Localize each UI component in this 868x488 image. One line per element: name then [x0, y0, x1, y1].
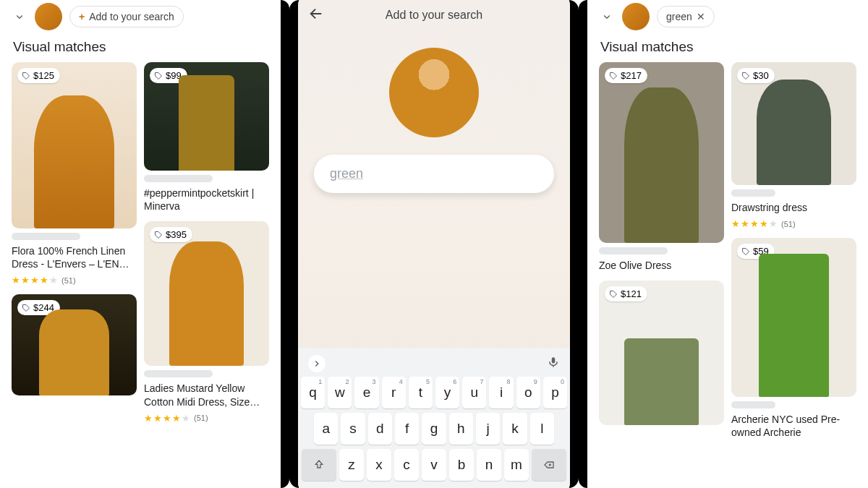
- key-h[interactable]: h: [449, 413, 473, 445]
- key-p[interactable]: 0p: [543, 377, 567, 408]
- chevron-down-icon[interactable]: [12, 9, 27, 25]
- key-d[interactable]: d: [368, 413, 392, 445]
- skeleton-line: [731, 189, 775, 197]
- top-bar: green ✕: [590, 0, 865, 38]
- price-tag: $59: [737, 244, 775, 259]
- skeleton-line: [599, 247, 668, 254]
- product-image: $395: [144, 221, 269, 366]
- key-c[interactable]: c: [394, 449, 419, 481]
- product-title: Zoe Olive Dress: [599, 259, 724, 272]
- product-image: $99: [144, 62, 269, 171]
- search-image-avatar[interactable]: [622, 3, 650, 30]
- key-o[interactable]: 9o: [516, 377, 540, 408]
- result-card[interactable]: $59 Archerie NYC used Pre-owned Archerie: [731, 238, 856, 439]
- svg-rect-0: [552, 357, 556, 363]
- result-card[interactable]: $30 Drawstring dress ★★★★★(51): [731, 62, 856, 229]
- result-card[interactable]: $395 Ladies Mustard Yellow Cotton Midi D…: [144, 221, 269, 423]
- add-search-chip[interactable]: + Add to your search: [69, 6, 184, 27]
- key-l[interactable]: l: [530, 413, 554, 445]
- product-image: $217: [599, 62, 724, 243]
- backspace-key[interactable]: [532, 449, 566, 481]
- section-title: Visual matches: [590, 38, 865, 62]
- product-image: $30: [731, 62, 856, 185]
- price-tag: $395: [150, 227, 192, 242]
- shift-key[interactable]: [302, 449, 336, 481]
- skeleton-line: [12, 233, 80, 240]
- filter-chip[interactable]: green ✕: [657, 6, 715, 27]
- price-tag: $244: [17, 300, 60, 315]
- screen-title: Add to your search: [324, 9, 544, 22]
- skeleton-line: [731, 401, 775, 408]
- keyboard[interactable]: 1q2w3e4r5t6y7u8i9o0p asdfghjkl zxcvbnm: [298, 348, 570, 488]
- key-y[interactable]: 6y: [435, 377, 459, 408]
- key-r[interactable]: 4r: [382, 377, 406, 408]
- key-v[interactable]: v: [422, 449, 446, 481]
- key-q[interactable]: 1q: [301, 377, 325, 408]
- product-title: #peppermintpocketskirt | Minerva: [144, 187, 269, 213]
- search-image-avatar[interactable]: [35, 3, 62, 30]
- skeleton-line: [144, 175, 213, 182]
- result-card[interactable]: $244: [12, 294, 137, 395]
- product-title: Ladies Mustard Yellow Cotton Midi Dress,…: [144, 382, 269, 408]
- header-bar: Add to your search: [298, 0, 570, 30]
- top-bar: + Add to your search: [3, 0, 278, 38]
- back-arrow-icon[interactable]: [308, 6, 324, 25]
- result-card[interactable]: $125 Flora 100% French Linen Dress - L'E…: [12, 62, 137, 286]
- skeleton-line: [144, 370, 213, 377]
- chip-label: green: [666, 11, 692, 22]
- plus-icon: +: [79, 11, 85, 22]
- key-e[interactable]: 3e: [354, 377, 378, 408]
- section-title: Visual matches: [3, 38, 278, 62]
- key-t[interactable]: 5t: [409, 377, 433, 408]
- result-card[interactable]: $99 #peppermintpocketskirt | Minerva: [144, 62, 269, 213]
- key-k[interactable]: k: [503, 413, 527, 445]
- key-n[interactable]: n: [477, 449, 501, 481]
- close-icon[interactable]: ✕: [697, 11, 705, 22]
- search-input-value: green: [330, 166, 363, 181]
- key-u[interactable]: 7u: [462, 377, 486, 408]
- rating: ★★★★★(51): [731, 218, 856, 229]
- product-image: $59: [731, 238, 856, 397]
- search-image-preview[interactable]: [389, 48, 479, 137]
- key-w[interactable]: 2w: [328, 377, 352, 408]
- key-a[interactable]: a: [314, 413, 338, 445]
- price-tag: $125: [17, 68, 60, 83]
- key-z[interactable]: z: [339, 449, 364, 481]
- chip-label: Add to your search: [89, 11, 174, 22]
- key-b[interactable]: b: [449, 449, 474, 481]
- key-g[interactable]: g: [422, 413, 446, 445]
- chevron-down-icon[interactable]: [599, 9, 615, 25]
- rating: ★★★★★(51): [144, 413, 269, 424]
- product-title: Drawstring dress: [731, 201, 856, 214]
- price-tag: $99: [150, 68, 187, 83]
- price-tag: $121: [605, 286, 647, 301]
- result-card[interactable]: $121: [599, 281, 724, 425]
- key-f[interactable]: f: [395, 413, 419, 445]
- price-tag: $217: [605, 68, 647, 83]
- key-j[interactable]: j: [476, 413, 500, 445]
- product-image: $121: [599, 281, 724, 425]
- search-input[interactable]: green: [314, 155, 554, 193]
- key-i[interactable]: 8i: [489, 377, 513, 408]
- result-card[interactable]: $217 Zoe Olive Dress: [599, 62, 724, 272]
- rating: ★★★★★(51): [12, 275, 137, 286]
- product-image: $244: [12, 294, 137, 395]
- product-title: Archerie NYC used Pre-owned Archerie: [731, 413, 856, 439]
- mic-icon[interactable]: [547, 356, 560, 372]
- price-tag: $30: [737, 68, 775, 83]
- expand-suggestions-icon[interactable]: [308, 355, 326, 372]
- product-image: $125: [12, 62, 137, 228]
- key-s[interactable]: s: [341, 413, 365, 445]
- key-x[interactable]: x: [367, 449, 391, 481]
- product-title: Flora 100% French Linen Dress - L'Envers…: [12, 244, 137, 270]
- key-m[interactable]: m: [504, 449, 529, 481]
